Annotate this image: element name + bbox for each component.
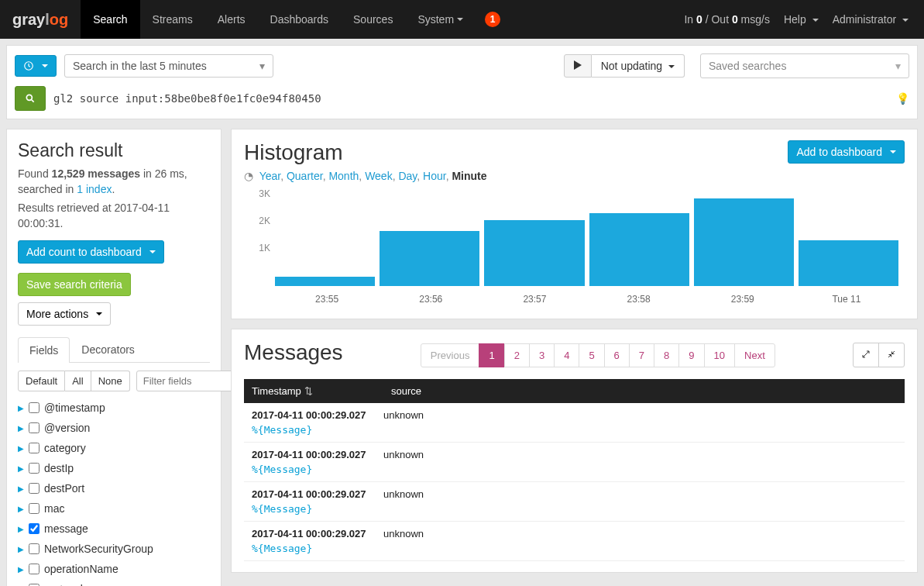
nav-dashboards[interactable]: Dashboards xyxy=(258,0,342,39)
filter-all-button[interactable]: All xyxy=(65,371,91,391)
pager-page-9[interactable]: 9 xyxy=(678,343,704,367)
pager-page-1[interactable]: 1 xyxy=(479,343,504,367)
more-actions-button[interactable]: More actions xyxy=(18,302,111,326)
search-query-input[interactable] xyxy=(53,92,888,105)
msg-source: unknown xyxy=(383,528,424,539)
field-item[interactable]: ▶@version xyxy=(18,418,210,438)
message-row[interactable]: 2017-04-11 00:00:29.027unknown%{Message} xyxy=(244,403,905,443)
messages-table: Timestamp⇅ source 2017-04-11 00:00:29.02… xyxy=(244,379,905,561)
expand-arrow-icon: ▶ xyxy=(18,565,24,574)
histogram-bar[interactable] xyxy=(799,240,898,286)
run-search-button[interactable] xyxy=(15,86,46,111)
field-name: message xyxy=(44,522,88,535)
pager-page-10[interactable]: 10 xyxy=(704,343,735,367)
field-item[interactable]: ▶message xyxy=(18,519,210,539)
nav-system[interactable]: System xyxy=(405,0,476,39)
histogram-bar[interactable] xyxy=(275,277,375,286)
field-checkbox[interactable] xyxy=(29,543,40,554)
timescale-day[interactable]: Day xyxy=(398,170,417,182)
saved-searches-select[interactable]: Saved searches ▾ xyxy=(700,53,909,78)
field-name: destPort xyxy=(44,482,84,495)
field-item[interactable]: ▶@timestamp xyxy=(18,398,210,418)
nav-sources[interactable]: Sources xyxy=(341,0,405,39)
messages-title: Messages xyxy=(244,340,343,365)
chevron-down-icon xyxy=(457,18,463,21)
histogram-bar[interactable] xyxy=(484,220,584,286)
add-to-dashboard-button[interactable]: Add to dashboard xyxy=(788,140,905,164)
field-checkbox[interactable] xyxy=(29,422,40,433)
message-row[interactable]: 2017-04-11 00:00:29.027unknown%{Message} xyxy=(244,522,905,561)
nav-help[interactable]: Help xyxy=(784,13,819,26)
pager-page-7[interactable]: 7 xyxy=(629,343,654,367)
field-checkbox[interactable] xyxy=(29,483,40,494)
time-range-select[interactable]: Search in the last 5 minutes ▾ xyxy=(64,54,273,78)
lightbulb-icon[interactable]: 💡 xyxy=(896,92,909,105)
field-item[interactable]: ▶protocol xyxy=(18,579,210,586)
th-timestamp[interactable]: Timestamp⇅ xyxy=(244,379,383,403)
pager-page-3[interactable]: 3 xyxy=(529,343,555,367)
field-checkbox[interactable] xyxy=(29,402,40,413)
histogram-bar[interactable] xyxy=(694,198,794,286)
nav-admin[interactable]: Administrator xyxy=(833,13,909,26)
collapse-button[interactable] xyxy=(878,343,905,367)
pager-next[interactable]: Next xyxy=(734,343,775,367)
histogram-bar[interactable] xyxy=(380,231,479,286)
time-scale-selector: ◔ Year, Quarter, Month, Week, Day, Hour,… xyxy=(244,170,487,182)
pager-prev[interactable]: Previous xyxy=(421,343,480,367)
pager-page-4[interactable]: 4 xyxy=(554,343,579,367)
field-item[interactable]: ▶NetworkSecurityGroup xyxy=(18,539,210,559)
tab-decorators[interactable]: Decorators xyxy=(70,336,146,362)
fields-list[interactable]: ▶@timestamp▶@version▶category▶destIp▶des… xyxy=(18,398,210,586)
timescale-week[interactable]: Week xyxy=(365,170,393,182)
timescale-year[interactable]: Year xyxy=(259,170,281,182)
nav-streams[interactable]: Streams xyxy=(140,0,205,39)
expand-arrow-icon: ▶ xyxy=(18,464,24,473)
th-source[interactable]: source xyxy=(383,379,429,403)
field-tabs: Fields Decorators xyxy=(18,336,210,363)
message-row[interactable]: 2017-04-11 00:00:29.027unknown%{Message} xyxy=(244,482,905,522)
pager-page-2[interactable]: 2 xyxy=(504,343,530,367)
tab-fields[interactable]: Fields xyxy=(18,337,70,363)
histogram-panel: Histogram ◔ Year, Quarter, Month, Week, … xyxy=(231,129,918,319)
timescale-hour[interactable]: Hour xyxy=(423,170,446,182)
message-row[interactable]: 2017-04-11 00:00:29.027unknown%{Message} xyxy=(244,443,905,482)
time-config-button[interactable] xyxy=(15,55,57,77)
field-item[interactable]: ▶category xyxy=(18,438,210,458)
save-search-button[interactable]: Save search criteria xyxy=(18,273,131,296)
histogram-bar[interactable] xyxy=(589,213,689,286)
update-mode-dropdown[interactable]: Not updating xyxy=(592,54,685,78)
brand-logo[interactable]: graylog xyxy=(0,11,81,29)
field-checkbox[interactable] xyxy=(29,463,40,474)
chevron-down-icon xyxy=(902,19,909,22)
brand-part: og xyxy=(50,11,68,28)
timescale-month[interactable]: Month xyxy=(328,170,359,182)
field-item[interactable]: ▶mac xyxy=(18,498,210,519)
nav-notifications[interactable]: 1 xyxy=(476,0,513,39)
add-count-button[interactable]: Add count to dashboard xyxy=(18,240,164,264)
timescale-minute[interactable]: Minute xyxy=(452,170,486,182)
brand-part: ay xyxy=(28,11,45,28)
filter-none-button[interactable]: None xyxy=(91,371,130,391)
saved-searches-label: Saved searches xyxy=(709,60,786,72)
pager-page-8[interactable]: 8 xyxy=(654,343,679,367)
add-count-label: Add count to dashboard xyxy=(26,246,142,258)
histogram-chart[interactable]: 1K2K3K 23:5523:5623:5723:5823:59Tue 11 xyxy=(244,191,905,308)
field-item[interactable]: ▶destIp xyxy=(18,458,210,478)
expand-button[interactable] xyxy=(853,343,879,367)
pager-page-6[interactable]: 6 xyxy=(604,343,630,367)
filter-default-button[interactable]: Default xyxy=(18,371,65,391)
field-checkbox[interactable] xyxy=(29,564,40,574)
nav-search[interactable]: Search xyxy=(81,0,139,39)
field-checkbox[interactable] xyxy=(29,443,40,453)
field-item[interactable]: ▶operationName xyxy=(18,559,210,579)
timescale-quarter[interactable]: Quarter xyxy=(287,170,323,182)
field-checkbox[interactable] xyxy=(29,523,40,534)
add-to-dashboard-label: Add to dashboard xyxy=(796,146,882,158)
pager-page-5[interactable]: 5 xyxy=(579,343,604,367)
index-link[interactable]: 1 index xyxy=(77,183,112,195)
field-item[interactable]: ▶destPort xyxy=(18,478,210,498)
msg-body: %{Message} xyxy=(252,503,897,515)
field-checkbox[interactable] xyxy=(29,503,40,514)
nav-alerts[interactable]: Alerts xyxy=(205,0,258,39)
play-button[interactable] xyxy=(564,54,592,78)
